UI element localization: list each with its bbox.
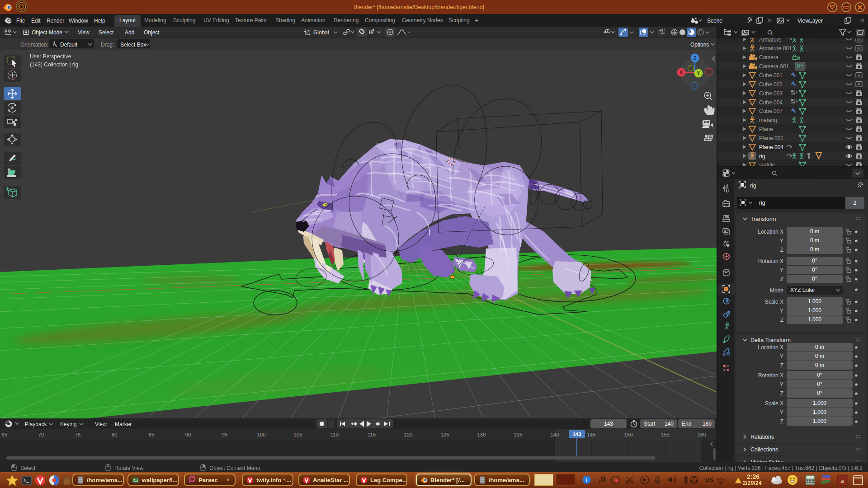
svg-text:150: 150 [624,432,632,437]
svg-text:125: 125 [440,432,449,437]
svg-text:120: 120 [404,432,412,437]
svg-text:140: 140 [550,432,559,437]
svg-text:rig: rig [759,153,765,160]
svg-text:Cube.001: Cube.001 [759,72,783,79]
svg-text:110: 110 [330,432,339,437]
svg-text:115: 115 [368,432,376,437]
svg-text:Camera: Camera [759,54,778,61]
svg-text:Y: Y [697,70,700,76]
svg-text:130: 130 [477,432,486,437]
svg-text:143: 143 [572,432,581,437]
svg-text:80: 80 [112,432,118,437]
svg-text:saddle: saddle [759,162,775,166]
svg-text:Cube.004: Cube.004 [759,99,783,106]
svg-text:100: 100 [257,432,265,437]
svg-text:75: 75 [75,432,81,437]
svg-text:65: 65 [2,432,8,437]
svg-text:155: 155 [660,432,669,437]
svg-text:(143) Collection | rig: (143) Collection | rig [30,61,78,68]
svg-text:Armature: Armature [759,38,782,43]
svg-text:US: US [705,477,713,483]
svg-text:70: 70 [38,432,44,437]
svg-text:Cube.007: Cube.007 [759,108,783,114]
svg-text:Cube.003: Cube.003 [759,90,783,97]
svg-text:95: 95 [222,432,228,437]
svg-text:Z: Z [693,55,697,61]
svg-text:135: 135 [514,432,522,437]
svg-text:Camera.001: Camera.001 [759,63,789,70]
svg-text:145: 145 [587,432,595,437]
svg-text:90: 90 [185,432,191,437]
svg-text:a: a [840,477,844,484]
svg-text:Cube.002: Cube.002 [759,81,783,88]
svg-text:Plane: Plane [759,126,773,132]
svg-text:105: 105 [293,432,302,437]
svg-text:160: 160 [697,432,706,437]
svg-text:85: 85 [149,432,155,437]
svg-text:Plane.004: Plane.004 [759,144,783,150]
svg-text:Armature.001: Armature.001 [759,45,792,52]
svg-text:X: X [679,70,683,75]
svg-text:i: i [586,477,588,483]
svg-text:Plane.001: Plane.001 [759,135,783,141]
svg-text:metarig: metarig [759,117,777,123]
svg-text:User Perspective: User Perspective [30,53,71,60]
